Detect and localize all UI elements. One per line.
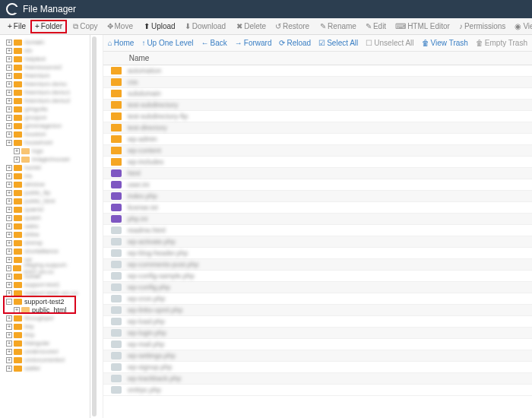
- list-row[interactable]: wp-admin: [103, 134, 532, 145]
- tree-item[interactable]: +grimmagedon: [5, 122, 90, 130]
- tree-item[interactable]: +domain: [5, 38, 90, 46]
- tree-toggle-icon[interactable]: +: [6, 182, 12, 188]
- tree-toggle-icon[interactable]: +: [6, 56, 12, 62]
- tree-item[interactable]: +quash: [5, 214, 90, 222]
- up-one-level-button[interactable]: ↑Up One Level: [141, 39, 193, 47]
- permissions-button[interactable]: ♪Permissions: [454, 19, 510, 34]
- list-row[interactable]: wp-login.php: [103, 328, 532, 339]
- upload-button[interactable]: ⬆Upload: [139, 19, 180, 34]
- tree-toggle-icon[interactable]: +: [6, 349, 12, 355]
- list-row[interactable]: wp-activate.php: [103, 236, 532, 248]
- tree-toggle-icon[interactable]: +: [6, 232, 12, 238]
- list-row[interactable]: wp-config.php: [103, 282, 532, 293]
- tree-item[interactable]: +freemium-demo1: [5, 88, 90, 97]
- tree-item[interactable]: +freeresource2: [5, 63, 90, 71]
- tree-item[interactable]: +freemium-demo2: [5, 97, 90, 105]
- reload-button[interactable]: ⟳Reload: [279, 39, 311, 47]
- tree-item[interactable]: +helptext: [5, 55, 90, 63]
- restore-button[interactable]: ↺Restore: [271, 19, 314, 34]
- list-row[interactable]: wp-includes: [103, 157, 532, 168]
- tree-item[interactable]: +tidy: [5, 322, 90, 331]
- tree-item[interactable]: +sales: [5, 222, 90, 230]
- tree-item[interactable]: +freemium-demo: [5, 80, 90, 88]
- tree-toggle-icon[interactable]: +: [6, 48, 12, 54]
- tree-toggle-icon[interactable]: +: [6, 215, 12, 221]
- tree-toggle-icon[interactable]: +: [6, 249, 12, 255]
- list-row[interactable]: index.php: [103, 191, 532, 202]
- tree-item[interactable]: +freemium: [5, 71, 90, 80]
- tree-toggle-icon[interactable]: +: [6, 165, 12, 171]
- tree-toggle-icon[interactable]: +: [6, 240, 12, 246]
- list-row[interactable]: wp-load.php: [103, 316, 532, 328]
- tree-item[interactable]: +public_html: [5, 197, 90, 205]
- list-row[interactable]: wp-blog-header.php: [103, 248, 532, 259]
- new-folder-button[interactable]: +Folder: [30, 20, 67, 33]
- tree-item[interactable]: +public_ftp: [5, 188, 90, 197]
- tree-toggle-icon[interactable]: +: [6, 207, 12, 213]
- list-row[interactable]: wp-content: [103, 145, 532, 157]
- tree-scrollbar[interactable]: [92, 36, 97, 416]
- tree-item[interactable]: +groupon: [5, 113, 90, 122]
- list-row[interactable]: test-directory: [103, 122, 532, 134]
- tree-item[interactable]: +gringotts: [5, 105, 90, 113]
- tree-toggle-icon[interactable]: +: [6, 274, 12, 280]
- tree-toggle-icon[interactable]: +: [6, 98, 12, 104]
- list-row[interactable]: php.ini: [103, 214, 532, 225]
- tree-item[interactable]: +window: [5, 180, 90, 188]
- list-row[interactable]: wp-mail.php: [103, 339, 532, 350]
- tree-toggle-icon[interactable]: +: [6, 340, 12, 347]
- list-row[interactable]: readme.html: [103, 225, 532, 236]
- list-row[interactable]: wp-settings.php: [103, 350, 532, 362]
- list-header[interactable]: Name: [103, 52, 532, 65]
- tree-toggle-icon[interactable]: +: [6, 173, 12, 179]
- tree-toggle-icon[interactable]: +: [6, 282, 12, 288]
- edit-button[interactable]: ✎Edit: [361, 19, 391, 34]
- list-row[interactable]: css: [103, 77, 532, 88]
- tree-toggle-icon[interactable]: +: [6, 366, 12, 372]
- list-row[interactable]: test-subdirectory: [103, 100, 532, 111]
- tree-item[interactable]: +imagechooser: [5, 155, 90, 163]
- home-button[interactable]: ⌂Home: [108, 39, 135, 47]
- tree-item[interactable]: +logs: [5, 147, 90, 155]
- tree-item[interactable]: +shiba: [5, 230, 90, 239]
- tree-toggle-icon[interactable]: +: [6, 324, 12, 330]
- tree-item[interactable]: +staging-support-kh07.siv.co: [5, 264, 90, 272]
- tree-item[interactable]: +triangular: [5, 339, 90, 347]
- list-row[interactable]: test-subdirectory-ftp: [103, 111, 532, 122]
- tree-item[interactable]: +undocumented: [5, 356, 90, 364]
- list-row[interactable]: wp-config-sample.php: [103, 271, 532, 282]
- tree-item[interactable]: +tmp: [5, 331, 90, 339]
- tree-toggle-icon[interactable]: +: [6, 357, 12, 363]
- tree-toggle-icon[interactable]: +: [6, 265, 11, 271]
- tree-toggle-icon[interactable]: +: [6, 131, 12, 138]
- copy-button[interactable]: ⧉Copy: [68, 19, 102, 34]
- tree-item[interactable]: +shrimp: [5, 239, 90, 247]
- list-row[interactable]: xmlrpc.php: [103, 385, 532, 396]
- unselect-all-button[interactable]: ☐Unselect All: [366, 39, 413, 47]
- select-all-button[interactable]: ☑Select All: [318, 39, 358, 47]
- html-editor-button[interactable]: ⌨HTML Editor: [391, 19, 454, 34]
- tree-toggle-icon[interactable]: +: [6, 223, 12, 230]
- tree-toggle-icon[interactable]: +: [6, 81, 12, 87]
- new-file-button[interactable]: +File: [3, 19, 30, 34]
- tree-toggle-icon[interactable]: +: [6, 65, 12, 71]
- list-row[interactable]: wp-links-opml.php: [103, 305, 532, 316]
- list-row[interactable]: wp-cron.php: [103, 293, 532, 305]
- list-row[interactable]: automation: [103, 65, 532, 77]
- list-row[interactable]: wp-comments-post.php: [103, 259, 532, 271]
- tree-toggle-icon[interactable]: +: [6, 90, 12, 96]
- list-row[interactable]: html: [103, 168, 532, 179]
- tree-item[interactable]: +shortalliance: [5, 247, 90, 255]
- tree-item[interactable]: +support-test1: [5, 280, 90, 289]
- view-button[interactable]: ◉View: [510, 19, 532, 34]
- tree-item[interactable]: +throughput: [5, 314, 90, 322]
- tree-toggle-icon[interactable]: +: [6, 73, 12, 79]
- tree-item[interactable]: +underscored: [5, 347, 90, 356]
- tree-item[interactable]: +etc: [5, 46, 90, 55]
- tree-toggle-icon[interactable]: +: [14, 157, 20, 163]
- tree-item[interactable]: +humid: [5, 163, 90, 172]
- list-row[interactable]: wp-trackback.php: [103, 373, 532, 385]
- tree-toggle-icon[interactable]: +: [6, 123, 12, 129]
- tree-toggle-icon[interactable]: +: [6, 106, 12, 112]
- tree-toggle-icon[interactable]: +: [6, 332, 12, 338]
